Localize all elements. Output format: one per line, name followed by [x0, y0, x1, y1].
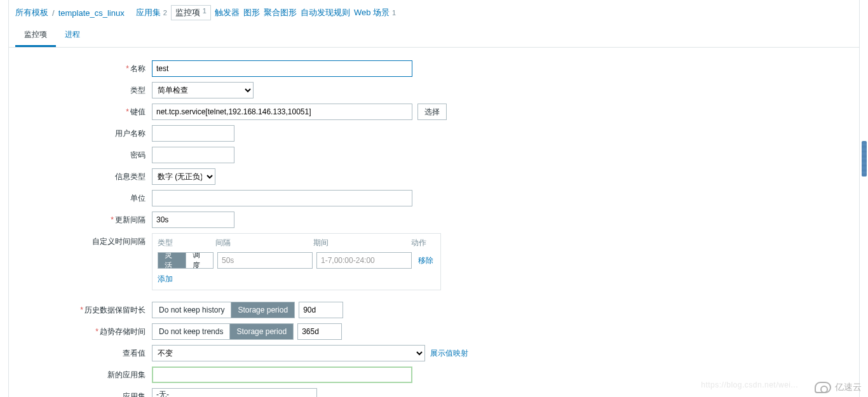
nav-web-count: 1 — [392, 9, 396, 17]
interval-delay-input[interactable] — [217, 252, 313, 269]
nav-items-active[interactable]: 监控项1 — [171, 5, 211, 20]
breadcrumb-template-name[interactable]: template_cs_linux — [58, 8, 125, 18]
watermark-brand: 亿速云 — [815, 382, 862, 393]
nav-triggers[interactable]: 触发器 — [215, 7, 240, 18]
intervals-head-period: 期间 — [313, 238, 411, 248]
seg-trend-storage[interactable]: Storage period — [229, 324, 293, 339]
label-appset: 应用集 — [15, 388, 152, 397]
interval-add-link[interactable]: 添加 — [158, 274, 173, 283]
show-value-map-link[interactable]: 展示值映射 — [430, 348, 468, 359]
appset-option-none[interactable]: -无- — [153, 389, 316, 397]
label-trend: *趋势存储时间 — [15, 323, 152, 337]
seg-schedule[interactable]: 调度 — [186, 253, 214, 268]
select-key-button[interactable]: 选择 — [417, 104, 447, 120]
intervals-head-interval: 间隔 — [215, 238, 313, 248]
nav-discovery[interactable]: 自动发现规则 — [301, 7, 350, 18]
view-value-select[interactable]: 不变 — [152, 345, 425, 361]
history-period-input[interactable] — [299, 302, 343, 318]
nav-graphs[interactable]: 图形 — [243, 7, 260, 18]
label-view-value: 查看值 — [15, 345, 152, 359]
appset-listbox[interactable]: -无- test_items web — [152, 388, 317, 397]
intervals-head-type: 类型 — [158, 238, 215, 248]
label-history: *历史数据保留时长 — [15, 302, 152, 316]
scrollbar-indicator[interactable] — [862, 141, 867, 177]
nav-web[interactable]: Web 场景 — [354, 7, 390, 18]
interval-period-input[interactable] — [316, 252, 412, 269]
label-custom-intervals: 自定义时间间隔 — [15, 233, 152, 247]
label-new-appset: 新的应用集 — [15, 367, 152, 380]
key-input[interactable] — [152, 104, 412, 120]
name-input[interactable] — [152, 60, 412, 77]
seg-history-storage[interactable]: Storage period — [231, 302, 294, 318]
unit-input[interactable] — [152, 190, 412, 206]
label-username: 用户名称 — [15, 125, 152, 139]
label-update-interval: *更新间隔 — [15, 212, 152, 225]
breadcrumb: 所有模板 / template_cs_linux 应用集2 监控项1 触发器 图… — [9, 0, 859, 24]
interval-remove-link[interactable]: 移除 — [418, 255, 433, 266]
watermark-csdn: https://blog.csdn.net/wei... — [701, 380, 798, 389]
label-infotype: 信息类型 — [15, 168, 152, 182]
nav-appset[interactable]: 应用集 — [136, 7, 161, 18]
seg-history-nokeep[interactable]: Do not keep history — [153, 302, 231, 318]
label-name: *名称 — [15, 60, 152, 74]
history-mode-segment: Do not keep history Storage period — [152, 302, 295, 318]
password-input[interactable] — [152, 147, 234, 163]
username-input[interactable] — [152, 125, 234, 142]
trend-period-input[interactable] — [297, 323, 342, 340]
nav-screens[interactable]: 聚合图形 — [264, 7, 297, 18]
interval-type-segment: 灵活 调度 — [158, 252, 214, 269]
nav-appset-count: 2 — [163, 9, 167, 17]
seg-trend-nokeep[interactable]: Do not keep trends — [153, 324, 229, 339]
form-tabs: 监控项 进程 — [9, 24, 859, 48]
tab-process[interactable]: 进程 — [56, 24, 89, 47]
label-unit: 单位 — [15, 190, 152, 204]
tab-monitor[interactable]: 监控项 — [15, 24, 56, 47]
seg-flexible[interactable]: 灵活 — [158, 253, 186, 268]
label-key: *键值 — [15, 104, 152, 118]
infotype-select[interactable]: 数字 (无正负) — [152, 168, 215, 185]
new-appset-input[interactable] — [152, 367, 412, 383]
custom-intervals-box: 类型 间隔 期间 动作 灵活 调度 — [152, 233, 441, 290]
intervals-head-action: 动作 — [411, 238, 435, 248]
label-type: 类型 — [15, 82, 152, 96]
breadcrumb-separator: / — [52, 8, 55, 18]
trend-mode-segment: Do not keep trends Storage period — [152, 323, 294, 340]
type-select[interactable]: 简单检查 — [152, 82, 254, 98]
label-password: 密码 — [15, 147, 152, 161]
update-interval-input[interactable] — [152, 212, 234, 228]
brand-logo-icon — [815, 382, 831, 393]
breadcrumb-all-templates[interactable]: 所有模板 — [15, 7, 48, 18]
